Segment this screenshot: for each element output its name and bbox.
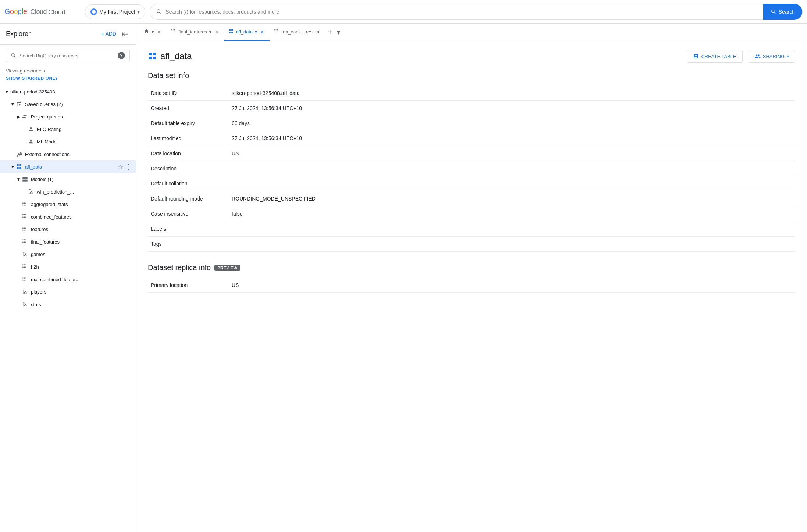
tree-item-ml-model[interactable]: ▶ ML Model ⋮ xyxy=(0,135,136,148)
svg-rect-2 xyxy=(19,164,21,166)
sidebar: Explorer + ADD ⇤ ? Viewing resources. SH… xyxy=(0,24,136,532)
create-table-icon xyxy=(693,53,699,59)
star-afl-data[interactable]: ☆ xyxy=(117,163,124,171)
preview-badge: PREVIEW xyxy=(214,265,240,271)
more-h2h[interactable]: ⋮ xyxy=(125,262,133,272)
svg-point-9 xyxy=(22,202,23,202)
more-aggregated-stats[interactable]: ⋮ xyxy=(125,199,133,209)
tab-ma-com-res-close[interactable]: ✕ xyxy=(315,29,321,35)
more-elo-rating[interactable]: ⋮ xyxy=(125,124,133,134)
star-features[interactable]: ☆ xyxy=(117,225,124,234)
tree-item-win-prediction[interactable]: ▶ win_prediction_... ☆ ⋮ xyxy=(0,185,136,198)
more-players[interactable]: ⋮ xyxy=(125,287,133,297)
svg-point-83 xyxy=(276,32,277,32)
tree-item-silken-period[interactable]: ▾ silken-period-325408 ☆ ⋮ xyxy=(0,85,136,98)
svg-rect-74 xyxy=(229,32,231,33)
star-stats[interactable]: ☆ xyxy=(117,300,124,309)
svg-point-19 xyxy=(24,214,25,215)
info-value-table-expiry: 60 days xyxy=(229,116,795,131)
more-combined-features[interactable]: ⋮ xyxy=(125,212,133,221)
tab-ma-com-res[interactable]: ma_com… res ✕ xyxy=(270,24,325,41)
tab-final-features[interactable]: final_features ▾ ✕ xyxy=(167,24,224,41)
svg-point-20 xyxy=(25,214,26,215)
more-ma-combined[interactable]: ⋮ xyxy=(125,274,133,284)
tree-item-project-queries[interactable]: ▶ Project queries ⋮ xyxy=(0,110,136,123)
tree-item-features[interactable]: ▶ features ☆ ⋮ xyxy=(0,223,136,235)
help-icon[interactable]: ? xyxy=(118,52,125,59)
tree-item-combined-features[interactable]: ▶ combined_features ☆ ⋮ xyxy=(0,210,136,223)
tab-afl-data-label: afl_data xyxy=(236,29,253,35)
tabs-bar: ▾ ✕ final_features ▾ ✕ afl_data ▾ ✕ xyxy=(136,24,807,41)
svg-point-80 xyxy=(276,31,277,31)
tree-item-aggregated-stats[interactable]: ▶ aggregated_stats ☆ ⋮ xyxy=(0,198,136,210)
tab-afl-data[interactable]: afl_data ▾ ✕ xyxy=(224,24,270,41)
search-input[interactable] xyxy=(166,9,760,15)
star-players[interactable]: ☆ xyxy=(117,288,124,296)
star-games[interactable]: ☆ xyxy=(117,250,124,259)
svg-point-81 xyxy=(277,31,278,31)
aggregated-stats-icon xyxy=(22,201,29,208)
tab-home[interactable]: ▾ ✕ xyxy=(139,24,167,41)
star-ma-combined[interactable]: ☆ xyxy=(117,275,124,284)
star-h2h[interactable]: ☆ xyxy=(117,263,124,271)
tree-item-external-connections[interactable]: ▶ External connections ⋮ xyxy=(0,148,136,160)
tree-item-stats[interactable]: ▶ stats ☆ ⋮ xyxy=(0,298,136,311)
star-final-features[interactable]: ☆ xyxy=(117,238,124,246)
svg-point-71 xyxy=(174,32,175,32)
tree-item-ma-combined[interactable]: ▶ ma_combined_featur... ☆ ⋮ xyxy=(0,273,136,285)
collapse-sidebar-button[interactable]: ⇤ xyxy=(121,28,130,40)
star-aggregated-stats[interactable]: ☆ xyxy=(117,200,124,209)
tree-item-games[interactable]: ▶ games ☆ ⋮ xyxy=(0,248,136,260)
svg-rect-72 xyxy=(229,29,231,31)
tab-home-close[interactable]: ✕ xyxy=(156,29,162,35)
tree-item-elo-rating[interactable]: ▶ ELO Rating ⋮ xyxy=(0,123,136,135)
tab-afl-data-close[interactable]: ✕ xyxy=(259,29,265,35)
more-win-prediction[interactable]: ⋮ xyxy=(125,187,133,196)
more-afl-data[interactable]: ⋮ xyxy=(125,162,133,171)
svg-point-16 xyxy=(24,205,25,205)
tree-item-players[interactable]: ▶ players ☆ ⋮ xyxy=(0,285,136,298)
tree-item-h2h[interactable]: ▶ h2h ☆ ⋮ xyxy=(0,260,136,273)
star-win-prediction[interactable]: ☆ xyxy=(117,188,124,196)
more-project-queries[interactable]: ⋮ xyxy=(125,112,133,121)
more-final-features[interactable]: ⋮ xyxy=(125,237,133,247)
show-starred-link[interactable]: SHOW STARRED ONLY xyxy=(0,75,136,84)
search-button[interactable]: Search xyxy=(763,4,802,20)
svg-point-26 xyxy=(25,217,26,218)
ml-model-icon xyxy=(28,138,35,145)
svg-rect-3 xyxy=(17,167,19,169)
add-tab-button[interactable]: + xyxy=(325,26,335,38)
more-stats[interactable]: ⋮ xyxy=(125,299,133,309)
svg-point-38 xyxy=(25,239,26,240)
more-saved-queries[interactable]: ⋮ xyxy=(125,99,133,109)
tree-item-final-features[interactable]: ▶ final_features ☆ ⋮ xyxy=(0,235,136,248)
project-selector[interactable]: My First Project ▾ xyxy=(85,4,145,19)
tab-final-features-close[interactable]: ✕ xyxy=(214,29,220,35)
more-games[interactable]: ⋮ xyxy=(125,249,133,259)
final-features-icon xyxy=(22,238,29,245)
svg-point-50 xyxy=(25,266,26,266)
more-features[interactable]: ⋮ xyxy=(125,224,133,234)
info-value-description xyxy=(229,161,795,176)
info-label-rounding-mode: Default rounding mode xyxy=(148,191,229,206)
more-tabs-button[interactable]: ▾ xyxy=(335,27,342,38)
svg-point-33 xyxy=(22,230,23,230)
more-models[interactable]: ⋮ xyxy=(125,174,133,184)
tree-item-afl-data[interactable]: ▾ afl_data ☆ ⋮ xyxy=(0,160,136,173)
more-silken-period[interactable]: ⋮ xyxy=(125,87,133,96)
games-icon xyxy=(22,251,29,258)
tree-item-saved-queries[interactable]: ▾ Saved queries (2) ⋮ xyxy=(0,98,136,110)
info-value-labels xyxy=(229,221,795,237)
combined-features-icon xyxy=(22,213,29,220)
create-table-button[interactable]: CREATE TABLE xyxy=(687,50,742,63)
more-external-connections[interactable]: ⋮ xyxy=(125,149,133,159)
star-combined-features[interactable]: ☆ xyxy=(117,213,124,221)
search-resources-input[interactable] xyxy=(19,53,115,58)
add-button[interactable]: + ADD xyxy=(100,29,118,38)
info-label-description: Description xyxy=(148,161,229,176)
more-ml-model[interactable]: ⋮ xyxy=(125,137,133,146)
sharing-button[interactable]: SHARING ▾ xyxy=(749,50,795,63)
tree-item-models[interactable]: ▾ Models (1) ⋮ xyxy=(0,173,136,185)
star-silken-period[interactable]: ☆ xyxy=(117,88,124,96)
svg-point-57 xyxy=(22,278,23,279)
